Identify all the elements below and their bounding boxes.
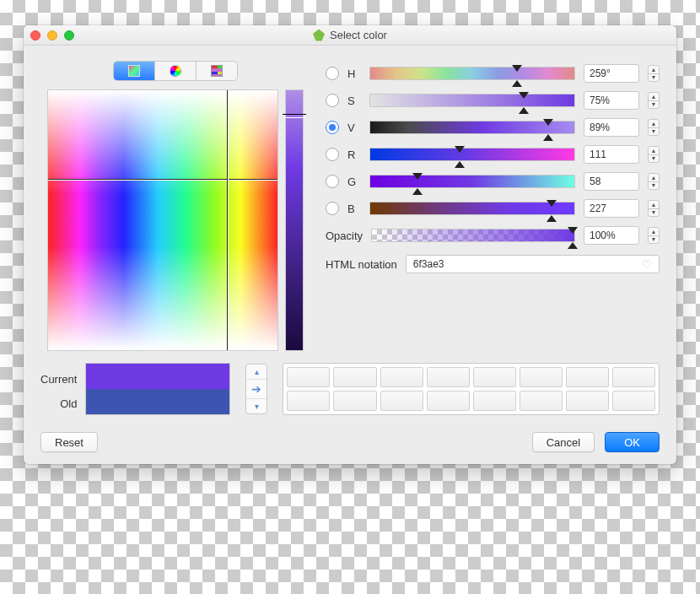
wheel-icon bbox=[170, 65, 181, 77]
palette-cell[interactable] bbox=[427, 367, 470, 387]
html-input[interactable]: 6f3ae3 ♡ bbox=[406, 255, 660, 273]
slider-r[interactable] bbox=[369, 148, 575, 161]
palette-cell[interactable] bbox=[612, 367, 655, 387]
mode-wheel-tab[interactable] bbox=[154, 62, 196, 80]
channel-row-g: G 58 ▲▼ bbox=[326, 172, 660, 191]
old-swatch[interactable] bbox=[86, 389, 229, 414]
label-r: R bbox=[347, 148, 361, 161]
palette-cell[interactable] bbox=[287, 367, 330, 387]
chevron-down-icon: ▼ bbox=[649, 155, 659, 163]
spin-r[interactable]: 111 bbox=[584, 145, 639, 164]
swap-arrows[interactable]: ▴ ➔ ▾ bbox=[245, 364, 267, 414]
mode-palette-tab[interactable] bbox=[196, 62, 237, 80]
stepper-g[interactable]: ▲▼ bbox=[648, 173, 660, 190]
ok-button[interactable]: OK bbox=[605, 432, 660, 452]
palette-cell[interactable] bbox=[380, 367, 423, 387]
value-strip[interactable] bbox=[285, 89, 304, 351]
radio-h[interactable] bbox=[326, 67, 339, 80]
channel-row-s: S 75% ▲▼ bbox=[326, 91, 660, 110]
spin-v[interactable]: 89% bbox=[584, 118, 639, 137]
chevron-up-icon: ▲ bbox=[649, 201, 659, 209]
zoom-icon[interactable] bbox=[64, 30, 74, 40]
label-h: H bbox=[347, 68, 361, 80]
current-swatch[interactable] bbox=[86, 364, 229, 389]
slider-v[interactable] bbox=[369, 121, 575, 134]
favorite-icon[interactable]: ♡ bbox=[642, 258, 652, 271]
slider-g[interactable] bbox=[369, 175, 575, 188]
stepper-opacity[interactable]: ▲▼ bbox=[648, 227, 660, 244]
picker-mode-segmented[interactable] bbox=[113, 61, 238, 81]
reset-button[interactable]: Reset bbox=[40, 432, 98, 452]
chevron-down-icon: ▼ bbox=[649, 209, 659, 217]
stepper-v[interactable]: ▲▼ bbox=[648, 119, 660, 136]
palette-cell[interactable] bbox=[520, 391, 563, 411]
chevron-up-icon: ▲ bbox=[649, 120, 659, 128]
palette-cell[interactable] bbox=[566, 391, 609, 411]
channel-row-b: B 227 ▲▼ bbox=[326, 199, 660, 218]
chevron-down-icon: ▼ bbox=[649, 182, 659, 190]
chevron-up-icon: ▲ bbox=[649, 66, 659, 74]
window-title: Select color bbox=[24, 29, 676, 41]
chevron-up-icon: ▲ bbox=[649, 174, 659, 182]
chevron-down-icon[interactable]: ▾ bbox=[246, 399, 267, 413]
radio-b[interactable] bbox=[326, 202, 339, 215]
current-label: Current bbox=[40, 373, 77, 386]
palette-cell[interactable] bbox=[520, 367, 563, 387]
palette-cell[interactable] bbox=[427, 391, 470, 411]
color-canvas[interactable] bbox=[47, 89, 278, 351]
arrow-right-icon[interactable]: ➔ bbox=[246, 379, 267, 399]
cancel-button[interactable]: Cancel bbox=[532, 432, 595, 452]
stepper-h[interactable]: ▲▼ bbox=[648, 65, 660, 82]
swatch-palette bbox=[283, 363, 660, 415]
radio-g[interactable] bbox=[326, 175, 339, 188]
slider-s[interactable] bbox=[369, 94, 575, 107]
slider-b[interactable] bbox=[369, 202, 575, 215]
spin-g[interactable]: 58 bbox=[584, 172, 639, 191]
palette-cell[interactable] bbox=[380, 391, 423, 411]
palette-cell[interactable] bbox=[566, 367, 609, 387]
chevron-up-icon[interactable]: ▴ bbox=[246, 364, 267, 379]
chevron-up-icon: ▲ bbox=[649, 147, 659, 155]
palette-cell[interactable] bbox=[287, 391, 330, 411]
opacity-label: Opacity bbox=[326, 230, 363, 242]
palette-cell[interactable] bbox=[612, 391, 655, 411]
radio-v[interactable] bbox=[326, 121, 339, 134]
opacity-row: Opacity 100% ▲▼ bbox=[326, 226, 660, 245]
minimize-icon[interactable] bbox=[47, 30, 57, 40]
close-icon[interactable] bbox=[30, 30, 40, 40]
stepper-r[interactable]: ▲▼ bbox=[648, 146, 660, 163]
titlebar[interactable]: Select color bbox=[24, 25, 676, 46]
chevron-up-icon: ▲ bbox=[649, 228, 659, 236]
radio-r[interactable] bbox=[326, 148, 339, 161]
stepper-s[interactable]: ▲▼ bbox=[648, 92, 660, 109]
label-v: V bbox=[347, 122, 361, 134]
palette-cell[interactable] bbox=[333, 367, 376, 387]
chevron-down-icon: ▼ bbox=[649, 236, 659, 244]
chevron-down-icon: ▼ bbox=[649, 74, 659, 82]
color-picker-window: Select color bbox=[24, 25, 676, 464]
palette-cell[interactable] bbox=[473, 391, 516, 411]
current-old-swatches bbox=[85, 363, 230, 415]
palette-cell[interactable] bbox=[333, 391, 376, 411]
label-g: G bbox=[347, 176, 361, 188]
mode-hsv-tab[interactable] bbox=[114, 62, 154, 80]
slider-opacity[interactable] bbox=[371, 229, 575, 242]
chevron-up-icon: ▲ bbox=[649, 93, 659, 101]
app-icon bbox=[313, 30, 325, 41]
spin-b[interactable]: 227 bbox=[584, 199, 639, 218]
hsv-icon bbox=[128, 65, 140, 77]
spin-h[interactable]: 259° bbox=[584, 64, 639, 83]
spin-s[interactable]: 75% bbox=[584, 91, 639, 110]
channel-row-h: H 259° ▲▼ bbox=[326, 64, 660, 83]
channel-row-r: R 111 ▲▼ bbox=[326, 145, 660, 164]
stepper-b[interactable]: ▲▼ bbox=[648, 200, 660, 217]
radio-s[interactable] bbox=[326, 94, 339, 107]
palette-cell[interactable] bbox=[473, 367, 516, 387]
palette-icon bbox=[211, 65, 223, 77]
slider-h[interactable] bbox=[369, 67, 575, 80]
spin-opacity[interactable]: 100% bbox=[584, 226, 639, 245]
traffic-lights bbox=[30, 30, 74, 40]
old-label: Old bbox=[60, 397, 77, 410]
html-label: HTML notation bbox=[326, 258, 397, 271]
label-s: S bbox=[347, 94, 361, 107]
